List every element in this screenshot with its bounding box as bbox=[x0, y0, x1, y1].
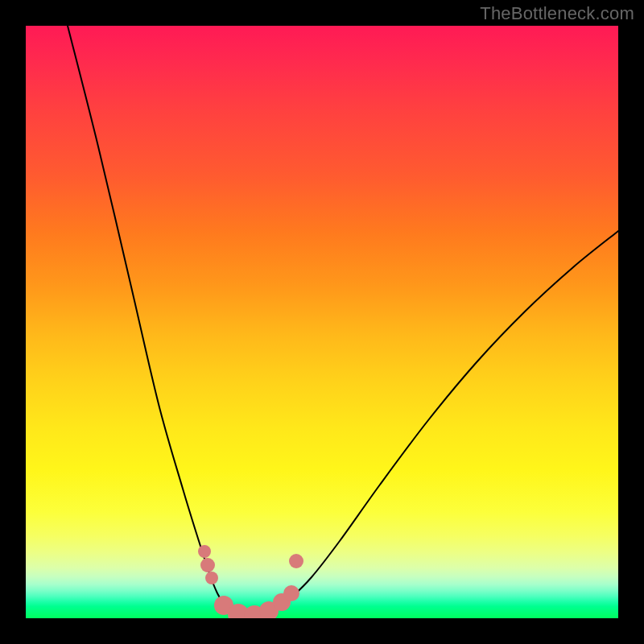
curve-markers bbox=[198, 545, 303, 618]
watermark-text: TheBottleneck.com bbox=[480, 3, 634, 24]
data-marker bbox=[289, 554, 303, 568]
right-curve bbox=[248, 231, 618, 618]
curves-layer bbox=[26, 26, 618, 618]
data-marker bbox=[200, 558, 215, 572]
data-marker bbox=[205, 572, 218, 584]
chart-frame: TheBottleneck.com bbox=[0, 0, 644, 644]
data-marker bbox=[283, 585, 299, 601]
data-marker bbox=[198, 545, 211, 558]
left-curve bbox=[68, 26, 248, 618]
plot-area bbox=[26, 26, 618, 618]
